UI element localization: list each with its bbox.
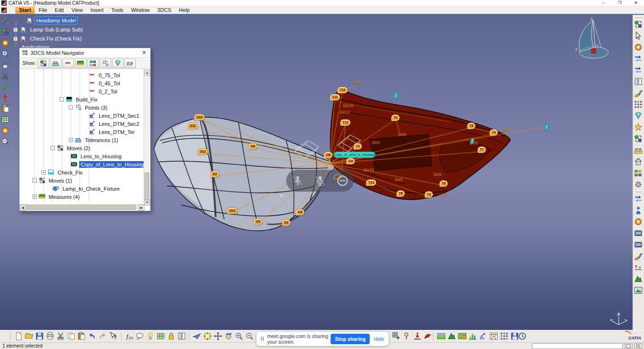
navigator-row-Lens_DTM_Ter[interactable]: Lens_DTM_Ter bbox=[87, 128, 136, 136]
navigator-row-label[interactable]: Lens_DTM_Sec1 bbox=[97, 113, 141, 119]
scroll-up-icon[interactable]: ▲ bbox=[144, 70, 150, 76]
navigator-window[interactable]: 3DCS Model Navigator ✕ Show: EP 0_75_Tol… bbox=[19, 48, 151, 211]
navigator-row-0_2_Tol[interactable]: 0_2_Tol bbox=[87, 87, 119, 95]
model-tag-T8[interactable]: T8 bbox=[467, 123, 475, 129]
meet-controls-overlay[interactable] bbox=[286, 170, 354, 192]
navigator-row-Moves (1)[interactable]: -Moves (1) bbox=[32, 176, 73, 185]
world-icon[interactable] bbox=[1, 126, 10, 135]
spec-tree-label[interactable]: Lamp Sub (Lamp Sub) bbox=[29, 26, 84, 33]
model-tag-O8[interactable]: O8 bbox=[324, 152, 332, 158]
menu-start[interactable]: Start bbox=[15, 7, 35, 14]
globe-select-icon[interactable] bbox=[634, 43, 643, 52]
menu-window[interactable]: Window bbox=[127, 7, 154, 14]
navigator-row-Points (3)[interactable]: -Points (3) bbox=[69, 103, 109, 112]
navigator-row-label[interactable]: Build_Fix bbox=[74, 96, 99, 103]
navigator-row-label[interactable]: 0_45_Tol bbox=[97, 80, 122, 87]
status-doc-button[interactable] bbox=[624, 343, 633, 349]
direction-label-Dir9[interactable]: Dir9 bbox=[398, 132, 406, 137]
tile-windows-icon[interactable] bbox=[177, 332, 187, 341]
navigator-row-Tolerances (1)[interactable]: +Tolerances (1) bbox=[69, 136, 120, 144]
show-points-icon[interactable] bbox=[100, 59, 111, 68]
lock-icon[interactable] bbox=[167, 332, 176, 341]
model-tag-T9[interactable]: T9 bbox=[392, 115, 399, 121]
menu-3dcs[interactable]: 3DCS bbox=[154, 7, 175, 14]
abacus-icon[interactable] bbox=[489, 332, 499, 341]
model-tag-O10[interactable]: O10 bbox=[194, 114, 204, 120]
spec-tree-item-2[interactable]: +Check Fix (Check Fix) bbox=[13, 35, 83, 42]
model-tag-O5[interactable]: O5 bbox=[254, 219, 262, 225]
sim-card-icon[interactable] bbox=[437, 332, 446, 341]
navigator-hscrollbar[interactable]: ◀ ▶ bbox=[20, 204, 145, 210]
color-bricks-icon[interactable] bbox=[634, 169, 643, 178]
video-reel-icon[interactable] bbox=[634, 229, 643, 238]
show-moves-icon[interactable] bbox=[38, 59, 49, 68]
status-zoom-button[interactable] bbox=[634, 343, 643, 349]
bulb-icon[interactable] bbox=[146, 332, 155, 341]
show-ep-icon[interactable]: EP bbox=[125, 59, 136, 68]
model-tag-O3[interactable]: O3 bbox=[282, 220, 290, 226]
close-button[interactable]: ✕ bbox=[628, 0, 644, 7]
model-tag-T5[interactable]: T5 bbox=[397, 191, 405, 196]
undo-icon[interactable] bbox=[88, 332, 97, 341]
formula-icon[interactable]: ƒ(x) bbox=[125, 332, 134, 341]
camera-ring-icon[interactable] bbox=[634, 217, 643, 226]
new-document-icon[interactable] bbox=[14, 332, 23, 341]
direction-label-Dir8[interactable]: Dir8 bbox=[470, 141, 478, 145]
navigator-row-Lens_DTM_Sec1[interactable]: Lens_DTM_Sec1 bbox=[87, 112, 141, 120]
direction-label-Dir4[interactable]: Dir4 bbox=[502, 127, 510, 132]
navigator-row-label[interactable]: Check_Fix bbox=[56, 169, 84, 176]
navigator-row-Check_Fix[interactable]: +Check_Fix bbox=[42, 168, 84, 176]
model-tag-O6[interactable]: O6 bbox=[296, 209, 304, 215]
context-help-icon[interactable]: ? bbox=[109, 332, 118, 341]
direction-label-Dir13[interactable]: Dir13 bbox=[364, 168, 374, 173]
stats-arrow-icon[interactable] bbox=[479, 332, 488, 341]
model-tag-O13[interactable]: O13 bbox=[227, 208, 237, 214]
magnifier-icon[interactable] bbox=[1, 137, 10, 146]
print-icon[interactable] bbox=[46, 332, 55, 341]
paint-brush-icon[interactable] bbox=[634, 89, 643, 98]
menu-insert[interactable]: Insert bbox=[86, 7, 107, 14]
navigator-row-label[interactable]: Copy_of_Lens_to_Housing bbox=[79, 161, 145, 168]
navigator-row-0_75_Tol[interactable]: 0_75_Tol bbox=[87, 71, 122, 79]
model-tag-T6[interactable]: T6 bbox=[440, 181, 447, 186]
zoom-in-icon[interactable] bbox=[235, 332, 244, 341]
approve-check-icon[interactable] bbox=[1, 82, 10, 92]
feature-star-icon[interactable] bbox=[634, 123, 643, 132]
model-tag-T4[interactable]: T4 bbox=[490, 130, 498, 135]
film-frame-icon[interactable] bbox=[634, 240, 643, 249]
swap-arrows-icon[interactable] bbox=[634, 54, 643, 63]
toolbar-handle[interactable] bbox=[635, 191, 642, 192]
photo-scene-icon[interactable] bbox=[634, 286, 643, 295]
grid-add-icon[interactable] bbox=[392, 332, 401, 341]
link-spheres-icon[interactable] bbox=[1, 28, 10, 37]
expand-icon[interactable]: + bbox=[42, 170, 46, 174]
redo-icon[interactable] bbox=[98, 332, 107, 341]
maximize-button[interactable]: ❐ bbox=[612, 0, 628, 7]
navigator-row-label[interactable]: Lamp_to_Check_Fixture bbox=[61, 185, 121, 192]
navigator-row-Moves (2)[interactable]: -Moves (2) bbox=[51, 144, 92, 152]
exchange-arrows-icon[interactable] bbox=[634, 195, 643, 204]
navigator-row-Measures (4)[interactable]: +Measures (4) bbox=[32, 193, 81, 201]
sim-alert-icon[interactable]: ! bbox=[458, 332, 467, 341]
expand-icon[interactable]: + bbox=[69, 138, 73, 142]
dot-matrix-icon[interactable] bbox=[500, 332, 509, 341]
data-table-icon[interactable] bbox=[1, 115, 10, 124]
navigator-row-Copy_of_Lens_to_Housing[interactable]: Copy_of_Lens_to_Housing bbox=[69, 160, 145, 168]
fly-mode-icon[interactable] bbox=[193, 332, 202, 341]
model-tag-T13[interactable]: T13 bbox=[366, 180, 376, 185]
tolerance-house-icon[interactable] bbox=[634, 157, 643, 166]
zoom-out-icon[interactable] bbox=[245, 332, 254, 341]
show-doe-icon[interactable] bbox=[75, 59, 86, 68]
zoom-region-icon[interactable] bbox=[1, 50, 10, 59]
scroll-left-icon[interactable]: ◀ bbox=[20, 205, 26, 211]
menu-file[interactable]: File bbox=[35, 7, 51, 14]
trim-icon[interactable] bbox=[1, 72, 10, 81]
navigator-row-Lamp_to_Check_Fixture[interactable]: Lamp_to_Check_Fixture bbox=[51, 185, 121, 193]
model-tag-T10[interactable]: T10 bbox=[338, 87, 347, 93]
navigator-close-icon[interactable]: ✕ bbox=[140, 49, 148, 57]
import-arrow-icon[interactable] bbox=[413, 332, 422, 341]
direction-label-Dir6[interactable]: Dir6 bbox=[434, 172, 442, 177]
menu-tools[interactable]: Tools bbox=[107, 7, 127, 14]
navigator-row-Lens_to_Housing[interactable]: Lens_to_Housing bbox=[69, 152, 123, 160]
fit-all-icon[interactable] bbox=[203, 332, 212, 341]
